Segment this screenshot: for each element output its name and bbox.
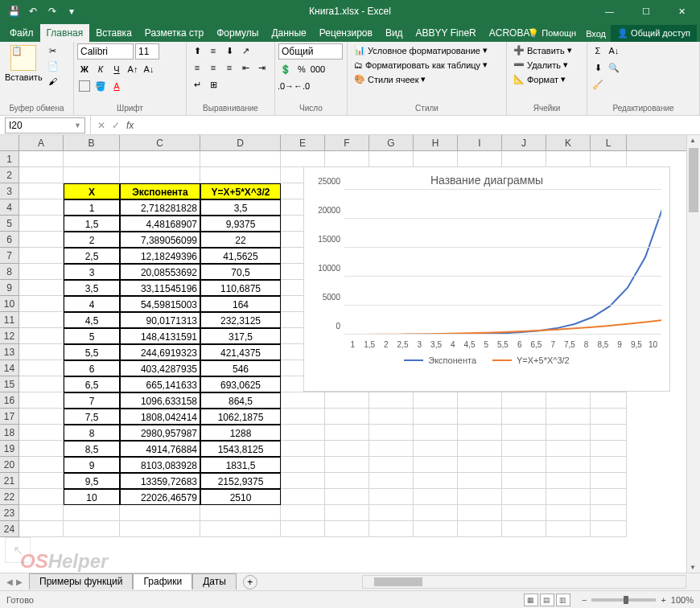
- cell[interactable]: [325, 441, 369, 457]
- cell[interactable]: [591, 521, 627, 537]
- cell[interactable]: [458, 457, 502, 473]
- cell[interactable]: [281, 425, 325, 441]
- cell[interactable]: [546, 409, 591, 425]
- cell[interactable]: [591, 425, 627, 441]
- cell[interactable]: 244,6919323: [120, 344, 200, 360]
- row-header[interactable]: 16: [0, 392, 19, 409]
- underline-button[interactable]: Ч: [109, 62, 124, 76]
- sort-icon[interactable]: A↓: [607, 43, 621, 58]
- row-header[interactable]: 22: [0, 489, 19, 505]
- font-grow-icon[interactable]: A↑: [126, 62, 140, 76]
- cell[interactable]: [19, 312, 64, 328]
- cell[interactable]: [325, 505, 369, 521]
- cell[interactable]: [281, 441, 325, 457]
- align-right-icon[interactable]: ≡: [222, 60, 237, 75]
- cell[interactable]: [546, 489, 591, 505]
- cell[interactable]: [19, 457, 64, 473]
- cell[interactable]: 13359,72683: [120, 473, 200, 489]
- cell[interactable]: [502, 409, 546, 425]
- cell[interactable]: 693,0625: [200, 376, 281, 392]
- cell[interactable]: [502, 473, 546, 489]
- decimal-dec-icon[interactable]: ←.0: [294, 79, 309, 93]
- cell[interactable]: [200, 151, 281, 167]
- zoom-slider[interactable]: [591, 598, 656, 602]
- cell[interactable]: [325, 489, 369, 505]
- row-header[interactable]: 5: [0, 216, 19, 232]
- cell[interactable]: 12,18249396: [120, 248, 200, 264]
- zoom-thumb[interactable]: [624, 596, 628, 604]
- cell[interactable]: [19, 360, 64, 376]
- font-color-icon[interactable]: A: [109, 79, 124, 93]
- column-header[interactable]: H: [414, 135, 458, 150]
- format-painter-icon[interactable]: 🖌: [46, 74, 60, 88]
- view-pagelayout-icon[interactable]: ▤: [540, 594, 554, 606]
- cell[interactable]: [281, 392, 325, 409]
- cell[interactable]: [120, 167, 200, 183]
- cell[interactable]: 1831,5: [200, 457, 281, 473]
- cell[interactable]: [414, 457, 458, 473]
- cell[interactable]: 1808,042414: [120, 409, 200, 425]
- cell[interactable]: [64, 167, 120, 183]
- cell[interactable]: [369, 505, 414, 521]
- cell[interactable]: [120, 151, 200, 167]
- cell[interactable]: [591, 409, 627, 425]
- cell[interactable]: [458, 151, 502, 167]
- borders-icon[interactable]: [77, 79, 92, 93]
- column-header[interactable]: G: [369, 135, 414, 150]
- select-all-button[interactable]: [0, 135, 19, 151]
- cell[interactable]: 22026,46579: [120, 489, 200, 505]
- row-header[interactable]: 8: [0, 264, 19, 280]
- cell[interactable]: 2,5: [64, 248, 120, 264]
- cell[interactable]: [369, 151, 414, 167]
- zoom-in-icon[interactable]: +: [661, 595, 665, 605]
- share-button[interactable]: 👤 Общий доступ: [611, 25, 697, 42]
- cell[interactable]: 403,4287935: [120, 360, 200, 376]
- row-header[interactable]: 12: [0, 328, 19, 344]
- cell[interactable]: [546, 457, 591, 473]
- cell[interactable]: [281, 505, 325, 521]
- row-header[interactable]: 23: [0, 505, 19, 521]
- cell[interactable]: [458, 409, 502, 425]
- cell[interactable]: [19, 264, 64, 280]
- cell[interactable]: [19, 392, 64, 409]
- cell[interactable]: [19, 232, 64, 248]
- row-header[interactable]: 7: [0, 248, 19, 264]
- row-header[interactable]: 9: [0, 280, 19, 296]
- cell[interactable]: 864,5: [200, 392, 281, 409]
- align-top-icon[interactable]: ⬆: [190, 43, 204, 58]
- sheet-nav-next-icon[interactable]: ▶: [16, 577, 23, 586]
- cell[interactable]: [546, 473, 591, 489]
- fx-icon[interactable]: fx: [126, 120, 134, 131]
- column-header[interactable]: D: [200, 135, 281, 150]
- column-header[interactable]: K: [546, 135, 591, 150]
- close-icon[interactable]: ✕: [664, 0, 700, 23]
- sheet-tab[interactable]: Даты: [192, 573, 237, 590]
- cell[interactable]: 4914,76884: [120, 441, 200, 457]
- cell[interactable]: 5,5: [64, 344, 120, 360]
- cell[interactable]: 164: [200, 296, 281, 312]
- row-header[interactable]: 3: [0, 183, 19, 199]
- cell[interactable]: 20,08553692: [120, 264, 200, 280]
- cell[interactable]: [458, 473, 502, 489]
- cell[interactable]: [369, 473, 414, 489]
- cell[interactable]: [19, 441, 64, 457]
- cell[interactable]: 3,5: [64, 280, 120, 296]
- cell[interactable]: [591, 151, 627, 167]
- zoom-value[interactable]: 100%: [671, 595, 694, 605]
- tab-данные[interactable]: Данные: [265, 24, 312, 42]
- tab-формулы[interactable]: Формулы: [210, 24, 265, 42]
- cell[interactable]: [325, 151, 369, 167]
- cell[interactable]: 110,6875: [200, 280, 281, 296]
- cell[interactable]: 2152,9375: [200, 473, 281, 489]
- row-header[interactable]: 2: [0, 167, 19, 183]
- maximize-icon[interactable]: ☐: [628, 0, 664, 23]
- enter-formula-icon[interactable]: ✓: [112, 120, 120, 131]
- row-header[interactable]: 19: [0, 441, 19, 457]
- cell[interactable]: 1062,1875: [200, 409, 281, 425]
- vertical-scrollbar[interactable]: [686, 135, 700, 573]
- fill-color-icon[interactable]: 🪣: [93, 79, 108, 93]
- cell[interactable]: 54,59815003: [120, 296, 200, 312]
- cell[interactable]: 8: [64, 425, 120, 441]
- column-header[interactable]: J: [502, 135, 546, 150]
- cell[interactable]: 1288: [200, 425, 281, 441]
